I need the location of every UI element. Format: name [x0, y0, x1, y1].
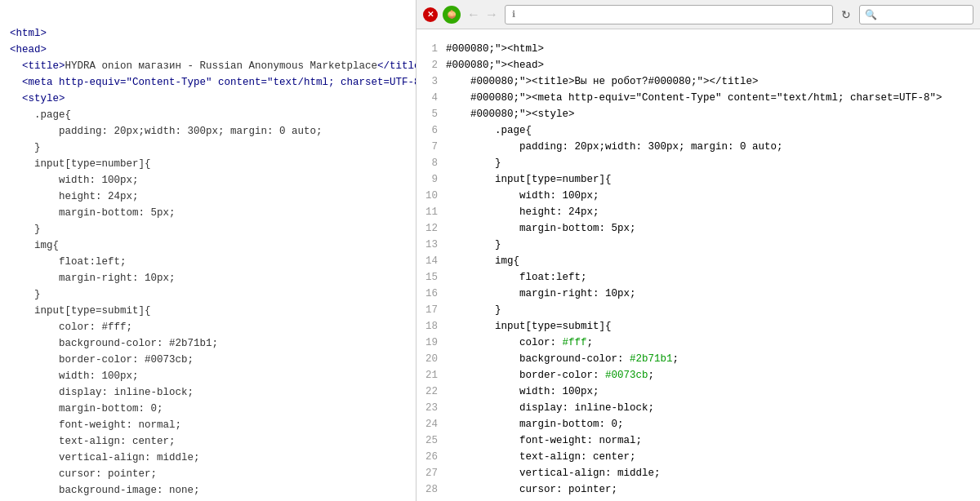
search-icon: 🔍 [865, 9, 877, 20]
source-line: 13 } [416, 237, 980, 253]
left-source-line: input[type=submit]{ [10, 303, 406, 319]
left-source-line: input[type=number]{ [10, 156, 406, 172]
left-source-line: padding: 20px;width: 300px; margin: 0 au… [10, 123, 406, 140]
source-line: 11 height: 24px; [416, 204, 980, 220]
right-panel: ✕ 🧅 ← → ℹ ↻ 🔍 [416, 0, 980, 501]
main-container: <html><head> <title>HYDRA onion магазин … [0, 0, 980, 501]
nav-buttons: ← → [466, 7, 500, 23]
line-content: #000080;"><meta http-equiv="Content-Type… [446, 90, 980, 106]
left-source-line: margin-right: 10px; [10, 270, 406, 286]
source-line: 4 #000080;"><meta http-equiv="Content-Ty… [416, 90, 980, 106]
left-source-line: background-color: #2b71b1; [10, 335, 406, 352]
line-number: 2 [416, 57, 446, 73]
left-source-line: <title>HYDRA onion магазин - Russian Ano… [10, 58, 406, 74]
left-source-line: .page{ [10, 107, 406, 123]
left-source-line: margin-bottom: 5px; [10, 205, 406, 221]
source-line: 19 color: #fff; [416, 335, 980, 351]
line-number: 29 [416, 498, 446, 501]
line-content: font-weight: normal; [446, 432, 980, 449]
back-button[interactable]: ← [466, 7, 482, 23]
line-number: 13 [416, 237, 446, 253]
left-source-line: } [10, 286, 406, 303]
left-source-line: display: inline-block; [10, 384, 406, 401]
line-number: 9 [416, 171, 446, 188]
line-number: 14 [416, 253, 446, 269]
line-content: } [446, 302, 980, 318]
line-number: 1 [416, 41, 446, 57]
line-number: 22 [416, 384, 446, 400]
line-content: width: 100px; [446, 188, 980, 204]
source-line: 27 vertical-align: middle; [416, 465, 980, 481]
left-panel-content: <html><head> <title>HYDRA onion магазин … [0, 22, 416, 501]
left-source-line: text-align: center; [10, 433, 406, 450]
source-line: 9 input[type=number]{ [416, 171, 980, 188]
left-source-line: cursor: pointer; [10, 466, 406, 482]
line-content: #000080;"><head> [446, 57, 980, 73]
line-number: 17 [416, 302, 446, 318]
left-source-line: <style> [10, 91, 406, 107]
left-source-line: background-image: none; [10, 482, 406, 499]
source-line: 7 padding: 20px;width: 300px; margin: 0 … [416, 139, 980, 155]
line-content: padding: 20px;width: 300px; margin: 0 au… [446, 139, 980, 155]
source-line: 1#000080;"><html> [416, 41, 980, 57]
line-number: 24 [416, 416, 446, 432]
left-source-line: color: #fff; [10, 319, 406, 335]
source-line: 14 img{ [416, 253, 980, 269]
left-source-line: margin-bottom: 0; [10, 401, 406, 417]
source-line: 22 width: 100px; [416, 384, 980, 400]
reload-button[interactable]: ↻ [838, 7, 854, 23]
source-line: 8 } [416, 155, 980, 171]
line-content: float:left; [446, 269, 980, 286]
source-line: 23 display: inline-block; [416, 400, 980, 416]
line-number: 26 [416, 449, 446, 465]
source-line: 18 input[type=submit]{ [416, 318, 980, 335]
left-panel-header [0, 0, 416, 17]
info-icon: ℹ [512, 9, 515, 20]
search-bar[interactable]: 🔍 [859, 5, 973, 24]
browser-chrome: ✕ 🧅 ← → ℹ ↻ 🔍 [416, 0, 980, 29]
source-line: 24 margin-bottom: 0; [416, 416, 980, 432]
forward-button[interactable]: → [483, 7, 500, 23]
line-content: .page{ [446, 122, 980, 139]
line-content: color: #fff; [446, 335, 980, 351]
line-number: 10 [416, 188, 446, 204]
line-content: #000080;"><title>Вы не робот?#000080;"><… [446, 73, 980, 90]
stop-button[interactable]: ✕ [423, 7, 438, 22]
line-number: 11 [416, 204, 446, 220]
address-bar[interactable]: ℹ [505, 5, 833, 24]
source-line: 2#000080;"><head> [416, 57, 980, 73]
left-panel: <html><head> <title>HYDRA onion магазин … [0, 0, 416, 501]
line-number: 4 [416, 90, 446, 106]
line-content: margin-right: 10px; [446, 286, 980, 302]
line-number: 16 [416, 286, 446, 302]
source-line: 3 #000080;"><title>Вы не робот?#000080;"… [416, 73, 980, 90]
left-source-line: <head> [10, 42, 406, 58]
line-content: #000080;"><style> [446, 106, 980, 122]
left-source-line: <html> [10, 25, 406, 42]
line-number: 27 [416, 465, 446, 481]
source-line: 17 } [416, 302, 980, 318]
line-content: background-image: none; [446, 498, 980, 501]
line-number: 18 [416, 318, 446, 335]
source-line: 20 background-color: #2b71b1; [416, 351, 980, 367]
line-number: 5 [416, 106, 446, 122]
line-number: 12 [416, 220, 446, 237]
line-content: #000080;"><html> [446, 41, 980, 57]
left-source-line: float:left; [10, 254, 406, 270]
line-number: 25 [416, 432, 446, 449]
line-content: border-color: #0073cb; [446, 367, 980, 384]
source-line: 12 margin-bottom: 5px; [416, 220, 980, 237]
source-line: 15 float:left; [416, 269, 980, 286]
line-content: input[type=submit]{ [446, 318, 980, 335]
left-source-line: height: 24px; [10, 188, 406, 205]
line-number: 20 [416, 351, 446, 367]
line-number: 19 [416, 335, 446, 351]
source-view: 1#000080;"><html>2#000080;"><head>3 #000… [416, 38, 980, 501]
line-number: 7 [416, 139, 446, 155]
line-content: input[type=number]{ [446, 171, 980, 188]
left-source-line: width: 100px; [10, 172, 406, 188]
left-source-line: width: 100px; [10, 368, 406, 384]
source-line: 26 text-align: center; [416, 449, 980, 465]
left-source-line: img{ [10, 237, 406, 254]
line-content: background-color: #2b71b1; [446, 351, 980, 367]
